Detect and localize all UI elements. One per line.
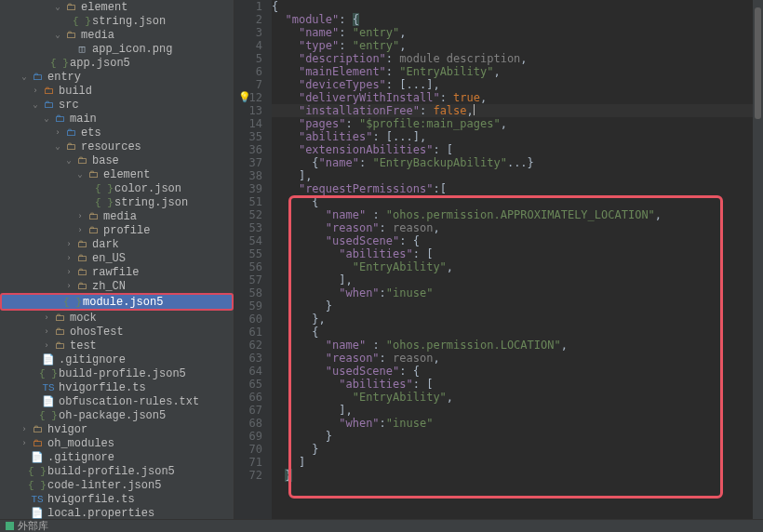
folder-item-resources[interactable]: ⌄🗀resources — [0, 140, 234, 153]
code-line[interactable]: } — [272, 430, 753, 443]
code-line[interactable]: { — [272, 195, 753, 208]
file-item-build-profile-json5[interactable]: { }build-profile.json5 — [0, 464, 234, 478]
chevron-open-icon[interactable]: ⌄ — [63, 155, 74, 166]
chevron-closed-icon[interactable]: › — [41, 341, 52, 351]
code-line[interactable]: { — [272, 0, 753, 13]
file-item--gitignore[interactable]: 📄.gitignore — [0, 352, 234, 366]
vertical-scrollbar[interactable] — [753, 0, 763, 532]
chevron-open-icon[interactable]: ⌄ — [52, 30, 63, 40]
folder-item-entry[interactable]: ⌄🗀entry — [0, 70, 234, 84]
folder-item-dark[interactable]: ›🗀dark — [0, 237, 234, 251]
chevron-open-icon[interactable]: ⌄ — [19, 72, 30, 82]
code-line[interactable]: "name": "entry", — [272, 26, 753, 39]
chevron-open-icon[interactable]: ⌄ — [52, 141, 63, 152]
code-line[interactable]: "module": { — [272, 13, 753, 26]
folder-item-media[interactable]: ›🗀media — [0, 209, 234, 223]
chevron-closed-icon[interactable]: › — [74, 226, 86, 235]
code-line[interactable]: "EntryAbility", — [272, 260, 753, 273]
folder-item-build[interactable]: ›🗀build — [0, 84, 234, 98]
code-line[interactable]: "abilities": [ — [272, 378, 753, 391]
chevron-open-icon[interactable]: ⌄ — [52, 2, 63, 12]
chevron-open-icon[interactable]: ⌄ — [30, 100, 41, 110]
code-line[interactable]: "deliveryWithInstall": true, — [272, 91, 753, 104]
folder-item-element[interactable]: ⌄🗀element — [0, 167, 234, 181]
chevron-open-icon[interactable]: ⌄ — [41, 113, 52, 124]
code-line[interactable]: "usedScene": { — [272, 365, 753, 378]
chevron-closed-icon[interactable]: › — [63, 282, 74, 291]
code-line[interactable]: }, — [272, 313, 753, 326]
code-line[interactable]: {"name": "EntryBackupAbility"...} — [272, 156, 753, 169]
file-item-local-properties[interactable]: 📄local.properties — [0, 506, 234, 520]
file-item-hvigorfile-ts[interactable]: TShvigorfile.ts — [0, 492, 234, 506]
code-line[interactable]: ], — [272, 169, 753, 182]
code-line[interactable]: "name" : "ohos.permission.LOCATION", — [272, 339, 753, 352]
editor-code-area[interactable]: { "module": { "name": "entry", "type": "… — [272, 0, 753, 532]
chevron-closed-icon[interactable]: › — [19, 439, 30, 448]
external-libs-label[interactable]: 外部库 — [18, 519, 48, 532]
folder-item-base[interactable]: ⌄🗀base — [0, 153, 234, 167]
folder-item-test[interactable]: ›🗀test — [0, 339, 234, 352]
code-line[interactable]: "abilities": [ — [272, 247, 753, 260]
code-line[interactable]: "EntryAbility", — [272, 391, 753, 404]
folder-item-profile[interactable]: ›🗀profile — [0, 223, 234, 237]
folder-item-media[interactable]: ⌄🗀media — [0, 28, 234, 42]
code-line[interactable]: "abilities": [...], — [272, 130, 753, 143]
folder-item-zh-cn[interactable]: ›🗀zh_CN — [0, 279, 234, 293]
file-item-module-json5[interactable]: { }module.json5 — [0, 293, 234, 311]
code-line[interactable]: "reason": reason, — [272, 221, 753, 234]
code-line[interactable]: "description": module description, — [272, 52, 753, 65]
folder-item-mock[interactable]: ›🗀mock — [0, 311, 234, 325]
chevron-closed-icon[interactable]: › — [63, 240, 74, 249]
file-item--gitignore[interactable]: 📄.gitignore — [0, 450, 234, 464]
chevron-open-icon[interactable]: ⌄ — [74, 169, 86, 180]
code-line[interactable]: { — [272, 326, 753, 339]
file-item-string-json[interactable]: { }string.json — [0, 14, 234, 28]
file-item-build-profile-json5[interactable]: { }build-profile.json5 — [0, 366, 234, 380]
folder-item-ohostest[interactable]: ›🗀ohosTest — [0, 325, 234, 339]
scroll-thumb[interactable] — [755, 7, 761, 119]
lightbulb-icon[interactable]: 💡 — [238, 91, 251, 103]
chevron-closed-icon[interactable]: › — [41, 327, 52, 337]
code-line[interactable]: "pages": "$profile:main_pages", — [272, 117, 753, 130]
code-line[interactable]: "installationFree": false, — [272, 104, 753, 117]
code-line[interactable]: ], — [272, 273, 753, 286]
code-line[interactable]: "type": "entry", — [272, 39, 753, 52]
code-line[interactable]: } — [272, 299, 753, 313]
folder-item-ets[interactable]: ›🗀ets — [0, 126, 234, 140]
chevron-closed-icon[interactable]: › — [63, 254, 74, 263]
folder-item-oh-modules[interactable]: ›🗀oh_modules — [0, 436, 234, 450]
chevron-closed-icon[interactable]: › — [74, 212, 86, 221]
folder-item-src[interactable]: ⌄🗀src — [0, 98, 234, 112]
code-line[interactable]: "when":"inuse" — [272, 286, 753, 299]
code-line[interactable]: "when":"inuse" — [272, 417, 753, 430]
code-line[interactable]: ], — [272, 404, 753, 417]
code-line[interactable]: "extensionAbilities": [ — [272, 143, 753, 156]
code-line[interactable]: "requestPermissions":[ — [272, 182, 753, 195]
file-item-oh-package-json5[interactable]: { }oh-package.json5 — [0, 408, 234, 422]
folder-item-element[interactable]: ⌄🗀element — [0, 0, 234, 14]
folder-item-rawfile[interactable]: ›🗀rawfile — [0, 265, 234, 279]
chevron-closed-icon[interactable]: › — [30, 86, 41, 96]
folder-item-main[interactable]: ⌄🗀main — [0, 112, 234, 126]
file-item-app-icon-png[interactable]: ◫app_icon.png — [0, 42, 234, 56]
chevron-closed-icon[interactable]: › — [63, 268, 74, 277]
code-line[interactable]: "reason": reason, — [272, 352, 753, 365]
file-item-app-json5[interactable]: { }app.json5 — [0, 56, 234, 70]
file-item-color-json[interactable]: { }color.json — [0, 181, 234, 195]
code-line[interactable]: } — [272, 469, 753, 482]
code-line[interactable]: "usedScene": { — [272, 234, 753, 247]
file-item-hvigorfile-ts[interactable]: TShvigorfile.ts — [0, 380, 234, 394]
code-line[interactable]: } — [272, 443, 753, 456]
code-line[interactable]: "deviceTypes": [...], — [272, 78, 753, 91]
chevron-closed-icon[interactable]: › — [41, 313, 52, 323]
folder-item-hvigor[interactable]: ›🗀hvigor — [0, 422, 234, 436]
folder-item-en-us[interactable]: ›🗀en_US — [0, 251, 234, 265]
code-line[interactable]: "mainElement": "EntryAbility", — [272, 65, 753, 78]
file-item-string-json[interactable]: { }string.json — [0, 195, 234, 209]
file-item-obfuscation-rules-txt[interactable]: 📄obfuscation-rules.txt — [0, 394, 234, 408]
file-item-code-linter-json5[interactable]: { }code-linter.json5 — [0, 478, 234, 492]
code-line[interactable]: ] — [272, 456, 753, 469]
chevron-closed-icon[interactable]: › — [19, 425, 30, 434]
chevron-closed-icon[interactable]: › — [52, 128, 63, 138]
code-line[interactable]: "name" : "ohos.permission.APPROXIMATELY_… — [272, 208, 753, 221]
